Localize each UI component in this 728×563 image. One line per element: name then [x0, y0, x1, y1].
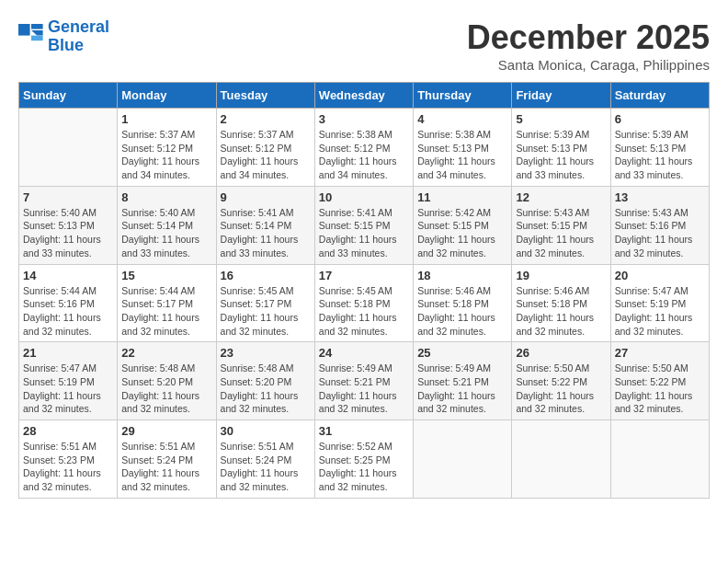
- svg-rect-1: [31, 24, 43, 29]
- day-header-tuesday: Tuesday: [216, 83, 314, 109]
- day-cell: 16Sunrise: 5:45 AM Sunset: 5:17 PM Dayli…: [216, 264, 314, 342]
- day-info: Sunrise: 5:37 AM Sunset: 5:12 PM Dayligh…: [121, 128, 211, 182]
- day-info: Sunrise: 5:44 AM Sunset: 5:16 PM Dayligh…: [23, 284, 113, 339]
- day-number: 18: [417, 269, 507, 282]
- day-number: 15: [121, 269, 211, 282]
- week-row-5: 28Sunrise: 5:51 AM Sunset: 5:23 PM Dayli…: [19, 420, 710, 499]
- day-cell: 23Sunrise: 5:48 AM Sunset: 5:20 PM Dayli…: [216, 342, 314, 420]
- month-title: December 2025: [467, 18, 710, 57]
- day-number: 28: [23, 424, 113, 438]
- day-number: 17: [319, 269, 409, 282]
- day-info: Sunrise: 5:38 AM Sunset: 5:13 PM Dayligh…: [417, 128, 507, 182]
- day-info: Sunrise: 5:52 AM Sunset: 5:25 PM Dayligh…: [319, 440, 409, 494]
- day-number: 9: [221, 190, 311, 204]
- page-header: General Blue December 2025 Santa Monica,…: [18, 18, 710, 73]
- day-cell: 29Sunrise: 5:51 AM Sunset: 5:24 PM Dayli…: [118, 420, 216, 499]
- day-info: Sunrise: 5:37 AM Sunset: 5:12 PM Dayligh…: [221, 128, 311, 182]
- week-row-1: 1Sunrise: 5:37 AM Sunset: 5:12 PM Daylig…: [19, 109, 710, 187]
- day-info: Sunrise: 5:49 AM Sunset: 5:21 PM Dayligh…: [319, 362, 409, 416]
- day-number: 3: [319, 112, 409, 126]
- day-cell: 12Sunrise: 5:43 AM Sunset: 5:15 PM Dayli…: [512, 186, 610, 264]
- week-row-3: 14Sunrise: 5:44 AM Sunset: 5:16 PM Dayli…: [19, 264, 710, 342]
- day-cell: 6Sunrise: 5:39 AM Sunset: 5:13 PM Daylig…: [610, 109, 709, 187]
- day-info: Sunrise: 5:45 AM Sunset: 5:18 PM Dayligh…: [319, 284, 409, 339]
- logo-text-line2: Blue: [48, 37, 109, 55]
- day-info: Sunrise: 5:39 AM Sunset: 5:13 PM Dayligh…: [516, 128, 606, 182]
- day-cell: 20Sunrise: 5:47 AM Sunset: 5:19 PM Dayli…: [610, 264, 709, 342]
- day-number: 20: [615, 269, 705, 282]
- day-cell: 1Sunrise: 5:37 AM Sunset: 5:12 PM Daylig…: [118, 109, 216, 187]
- day-number: 7: [23, 190, 113, 204]
- day-cell: 15Sunrise: 5:44 AM Sunset: 5:17 PM Dayli…: [118, 264, 216, 342]
- day-info: Sunrise: 5:51 AM Sunset: 5:24 PM Dayligh…: [221, 440, 311, 494]
- day-header-row: SundayMondayTuesdayWednesdayThursdayFrid…: [19, 83, 710, 109]
- day-header-monday: Monday: [118, 83, 216, 109]
- location: Santa Monica, Caraga, Philippines: [467, 57, 710, 73]
- day-number: 11: [417, 190, 507, 204]
- day-cell: 24Sunrise: 5:49 AM Sunset: 5:21 PM Dayli…: [314, 342, 413, 420]
- day-number: 10: [319, 190, 409, 204]
- day-header-friday: Friday: [512, 83, 610, 109]
- day-info: Sunrise: 5:47 AM Sunset: 5:19 PM Dayligh…: [615, 284, 705, 339]
- day-number: 26: [516, 346, 606, 360]
- day-number: 19: [516, 269, 606, 282]
- day-cell: 11Sunrise: 5:42 AM Sunset: 5:15 PM Dayli…: [414, 186, 512, 264]
- day-info: Sunrise: 5:44 AM Sunset: 5:17 PM Dayligh…: [121, 284, 211, 339]
- day-cell: 4Sunrise: 5:38 AM Sunset: 5:13 PM Daylig…: [414, 109, 512, 187]
- day-number: 12: [516, 190, 606, 204]
- day-info: Sunrise: 5:51 AM Sunset: 5:23 PM Dayligh…: [23, 440, 113, 494]
- day-info: Sunrise: 5:43 AM Sunset: 5:15 PM Dayligh…: [516, 206, 606, 260]
- day-info: Sunrise: 5:46 AM Sunset: 5:18 PM Dayligh…: [417, 284, 507, 339]
- day-number: 25: [417, 346, 507, 360]
- day-number: 2: [221, 112, 311, 126]
- day-number: 27: [615, 346, 705, 360]
- day-cell: 14Sunrise: 5:44 AM Sunset: 5:16 PM Dayli…: [19, 264, 118, 342]
- day-cell: 18Sunrise: 5:46 AM Sunset: 5:18 PM Dayli…: [414, 264, 512, 342]
- day-header-wednesday: Wednesday: [314, 83, 413, 109]
- svg-marker-2: [31, 30, 43, 36]
- day-info: Sunrise: 5:47 AM Sunset: 5:19 PM Dayligh…: [23, 362, 113, 416]
- day-info: Sunrise: 5:48 AM Sunset: 5:20 PM Dayligh…: [221, 362, 311, 416]
- day-number: 24: [319, 346, 409, 360]
- day-info: Sunrise: 5:40 AM Sunset: 5:13 PM Dayligh…: [23, 206, 113, 260]
- day-cell: [19, 109, 118, 187]
- day-number: 6: [615, 112, 705, 126]
- day-number: 29: [121, 424, 211, 438]
- day-cell: [414, 420, 512, 499]
- day-number: 14: [23, 269, 113, 282]
- logo: General Blue: [18, 18, 109, 55]
- day-cell: 21Sunrise: 5:47 AM Sunset: 5:19 PM Dayli…: [19, 342, 118, 420]
- day-info: Sunrise: 5:38 AM Sunset: 5:12 PM Dayligh…: [319, 128, 409, 182]
- day-number: 4: [417, 112, 507, 126]
- day-cell: 9Sunrise: 5:41 AM Sunset: 5:14 PM Daylig…: [216, 186, 314, 264]
- day-cell: 3Sunrise: 5:38 AM Sunset: 5:12 PM Daylig…: [314, 109, 413, 187]
- day-info: Sunrise: 5:50 AM Sunset: 5:22 PM Dayligh…: [516, 362, 606, 416]
- day-info: Sunrise: 5:42 AM Sunset: 5:15 PM Dayligh…: [417, 206, 507, 260]
- day-info: Sunrise: 5:41 AM Sunset: 5:15 PM Dayligh…: [319, 206, 409, 260]
- day-info: Sunrise: 5:51 AM Sunset: 5:24 PM Dayligh…: [121, 440, 211, 494]
- day-cell: 17Sunrise: 5:45 AM Sunset: 5:18 PM Dayli…: [314, 264, 413, 342]
- day-number: 5: [516, 112, 606, 126]
- day-cell: 7Sunrise: 5:40 AM Sunset: 5:13 PM Daylig…: [19, 186, 118, 264]
- day-cell: 27Sunrise: 5:50 AM Sunset: 5:22 PM Dayli…: [610, 342, 709, 420]
- day-cell: 30Sunrise: 5:51 AM Sunset: 5:24 PM Dayli…: [216, 420, 314, 499]
- day-info: Sunrise: 5:46 AM Sunset: 5:18 PM Dayligh…: [516, 284, 606, 339]
- day-header-thursday: Thursday: [414, 83, 512, 109]
- logo-icon: [18, 24, 44, 50]
- day-cell: 19Sunrise: 5:46 AM Sunset: 5:18 PM Dayli…: [512, 264, 610, 342]
- day-cell: [610, 420, 709, 499]
- day-number: 31: [319, 424, 409, 438]
- week-row-4: 21Sunrise: 5:47 AM Sunset: 5:19 PM Dayli…: [19, 342, 710, 420]
- day-number: 13: [615, 190, 705, 204]
- day-info: Sunrise: 5:50 AM Sunset: 5:22 PM Dayligh…: [615, 362, 705, 416]
- day-info: Sunrise: 5:49 AM Sunset: 5:21 PM Dayligh…: [417, 362, 507, 416]
- day-number: 30: [221, 424, 311, 438]
- logo-text-line1: General: [48, 18, 109, 37]
- day-number: 21: [23, 346, 113, 360]
- day-cell: 8Sunrise: 5:40 AM Sunset: 5:14 PM Daylig…: [118, 186, 216, 264]
- day-number: 8: [121, 190, 211, 204]
- day-number: 23: [221, 346, 311, 360]
- day-cell: 2Sunrise: 5:37 AM Sunset: 5:12 PM Daylig…: [216, 109, 314, 187]
- day-cell: 5Sunrise: 5:39 AM Sunset: 5:13 PM Daylig…: [512, 109, 610, 187]
- day-cell: 25Sunrise: 5:49 AM Sunset: 5:21 PM Dayli…: [414, 342, 512, 420]
